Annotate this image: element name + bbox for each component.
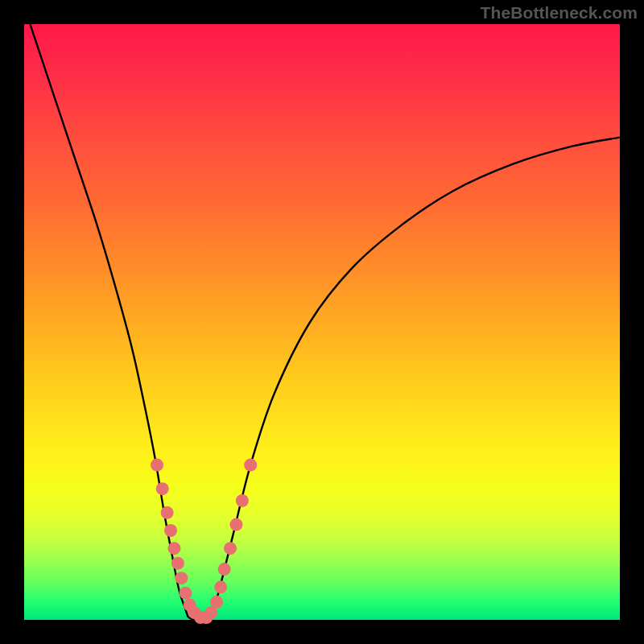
marker-dot (244, 459, 257, 472)
marker-dot (156, 482, 169, 495)
marker-dot (171, 557, 184, 570)
marker-dot (167, 542, 180, 555)
marker-dot (210, 596, 223, 609)
marker-dot (236, 494, 249, 507)
marker-dot (151, 459, 163, 472)
curve-group (30, 24, 620, 620)
curve-left (30, 24, 188, 617)
chart-svg (24, 24, 620, 620)
marker-dot (224, 542, 237, 555)
marker-dot (180, 587, 192, 600)
marker-dot (175, 572, 188, 584)
watermark-text: TheBottleneck.com (481, 3, 638, 23)
plot-area (24, 24, 620, 620)
outer-frame: TheBottleneck.com (0, 0, 644, 644)
marker-dot (161, 506, 174, 519)
marker-dot (218, 563, 231, 576)
marker-dot (229, 518, 242, 531)
marker-dot (164, 524, 177, 537)
marker-dots (151, 459, 257, 624)
marker-dot (214, 580, 227, 593)
curve-right (212, 138, 620, 617)
